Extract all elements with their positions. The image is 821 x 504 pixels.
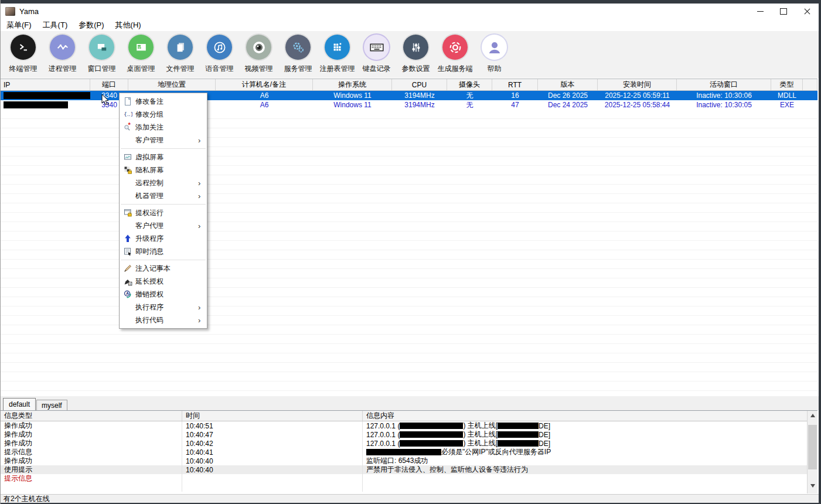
svg-text:{..}: {..} <box>124 111 132 117</box>
host-table-header: IP 端口 地理位置 计算机名/备注 操作系统 CPU 摄像头 RTT 版本 安… <box>1 79 817 91</box>
col-location[interactable]: 地理位置 <box>128 79 216 90</box>
log-row[interactable]: 操作成功 10:40:47 127.0.0.1 () 主机上线[ DE] <box>1 430 808 439</box>
ctx-upgrade[interactable]: 升级程序 <box>120 232 207 245</box>
host-active-window: Inactive: 10:30:05 <box>677 101 771 109</box>
redacted-ip <box>4 101 68 108</box>
host-rtt: 47 <box>492 101 538 109</box>
ctx-client-proxy[interactable]: 客户代理 › <box>120 219 207 232</box>
host-install-time: 2025-12-25 05:58:44 <box>598 101 677 109</box>
toolbar-services[interactable]: 服务管理 <box>278 31 318 78</box>
ctx-virtual-screen[interactable]: 虚拟屏幕 <box>120 151 207 164</box>
log-row[interactable]: 操作成功 10:40:40 监听端口: 6543成功 <box>1 457 808 465</box>
toolbar-process[interactable]: 进程管理 <box>43 31 82 78</box>
col-cpu[interactable]: CPU <box>392 79 447 90</box>
scroll-up-icon[interactable] <box>808 411 817 420</box>
ctx-elevate-run[interactable]: 提权运行 <box>120 206 207 219</box>
close-icon <box>804 8 810 15</box>
toolbar-build-server[interactable]: 生成服务端 <box>435 31 475 78</box>
redacted-text <box>400 423 463 429</box>
col-camera[interactable]: 摄像头 <box>447 79 492 90</box>
extend-auth-icon: x <box>120 277 135 286</box>
host-install-time: 2025-12-25 05:59:11 <box>598 91 677 100</box>
host-os: Windows 11 <box>313 91 392 100</box>
minimize-button[interactable] <box>748 4 772 19</box>
log-row[interactable]: 使用提示 10:40:40 严禁用于非法侵入、控制、监听他人设备等违法行为 <box>1 465 808 474</box>
toolbar-video[interactable]: 视频管理 <box>239 31 278 78</box>
col-type[interactable]: 类型 <box>771 79 803 90</box>
tab-myself[interactable]: myself <box>36 400 67 410</box>
col-filler <box>803 79 817 90</box>
upgrade-arrow-icon <box>120 234 135 243</box>
ctx-instant-message[interactable]: 即时消息 <box>120 245 207 258</box>
log-col-time[interactable]: 时间 <box>182 411 363 421</box>
col-computer[interactable]: 计算机名/备注 <box>216 79 313 90</box>
ctx-revoke-auth[interactable]: A 撤销授权 <box>120 288 207 301</box>
toolbar-audio[interactable]: 语音管理 <box>200 31 239 78</box>
keyboard-icon <box>364 35 389 60</box>
toolbar: 终端管理 进程管理 窗口管理 桌面管理 文件管理 <box>1 31 819 78</box>
toolbar-help[interactable]: 帮助 <box>475 31 514 78</box>
ctx-client-manage[interactable]: 客户管理 › <box>120 134 207 147</box>
svg-text:x: x <box>129 282 131 285</box>
ctx-remote-control[interactable]: 远程控制 › <box>120 176 207 189</box>
toolbar-terminal[interactable]: 终端管理 <box>4 31 43 78</box>
col-os[interactable]: 操作系统 <box>313 79 392 90</box>
ctx-machine-manage[interactable]: 机器管理 › <box>120 189 207 202</box>
log-col-content[interactable]: 信息内容 <box>363 411 808 421</box>
host-type: MDLL <box>771 91 803 100</box>
toolbar-settings[interactable]: 参数设置 <box>396 31 435 78</box>
elevate-lock-icon <box>120 208 135 217</box>
host-version: Dec 26 2025 <box>538 91 598 100</box>
ctx-execute-program[interactable]: 执行程序 › <box>120 301 207 314</box>
tab-default[interactable]: default <box>3 398 36 410</box>
col-rtt[interactable]: RTT <box>492 79 538 90</box>
ctx-add-focus[interactable]: * 添加关注 <box>120 121 207 134</box>
minimize-icon <box>757 11 764 12</box>
redacted-ip <box>4 92 90 99</box>
ctx-inject-notepad[interactable]: 注入记事本 <box>120 262 207 275</box>
toolbar-registry[interactable]: 注册表管理 <box>318 31 357 78</box>
ctx-execute-code[interactable]: 执行代码 › <box>120 314 207 326</box>
log-row[interactable]: 操作成功 10:40:51 127.0.0.1 () 主机上线[ DE] <box>1 421 808 430</box>
menu-params[interactable]: 参数(P) <box>73 19 109 32</box>
ctx-privacy-screen[interactable]: 隐私屏幕 <box>120 164 207 176</box>
toolbar-files[interactable]: 文件管理 <box>161 31 200 78</box>
scrollbar-thumb[interactable] <box>808 425 817 469</box>
context-menu: 修改备注 {..} 修改分组 * 添加关注 客户管理 › 虚拟屏幕 隐私屏幕 远… <box>119 93 207 329</box>
col-active-window[interactable]: 活动窗口 <box>677 79 771 90</box>
log-row[interactable]: 操作成功 10:40:42 127.0.0.1 () 主机上线[ DE] <box>1 439 808 448</box>
maximize-button[interactable] <box>772 4 795 19</box>
col-ip[interactable]: IP <box>1 79 90 90</box>
window-controls <box>748 4 819 19</box>
close-button[interactable] <box>795 4 819 19</box>
toolbar-desktop[interactable]: 桌面管理 <box>121 31 161 78</box>
scroll-down-icon[interactable] <box>808 481 817 491</box>
target-icon <box>442 35 468 60</box>
ctx-extend-auth[interactable]: x 延长授权 <box>120 275 207 288</box>
gears-icon <box>285 35 311 60</box>
menu-tools[interactable]: 工具(T) <box>38 19 73 32</box>
log-row[interactable]: 提示信息 10:40:41 必须是"公网IP"或反向代理服务器IP <box>1 448 808 457</box>
toolbar-keylogger[interactable]: 键盘记录 <box>357 31 396 78</box>
col-install-time[interactable]: 安装时间 <box>598 79 677 90</box>
star-search-icon: * <box>120 122 135 132</box>
desktop-icon <box>128 35 154 60</box>
host-cpu: 3194MHz <box>392 101 447 109</box>
maximize-icon <box>780 8 787 15</box>
col-version[interactable]: 版本 <box>538 79 598 90</box>
log-row[interactable]: 提示信息 <box>1 474 808 483</box>
toolbar-window[interactable]: 窗口管理 <box>82 31 121 78</box>
log-header: 信息类型 时间 信息内容 <box>1 411 808 421</box>
sliders-icon <box>403 35 428 60</box>
ctx-edit-group[interactable]: {..} 修改分组 <box>120 108 207 121</box>
ctx-edit-note[interactable]: 修改备注 <box>120 95 207 108</box>
menu-other[interactable]: 其他(H) <box>110 19 147 32</box>
log-col-type[interactable]: 信息类型 <box>1 411 182 421</box>
window-title: Yama <box>19 7 39 16</box>
host-version: Dec 24 2025 <box>538 101 598 109</box>
registry-grid-icon <box>325 35 350 60</box>
log-scrollbar[interactable] <box>807 411 817 493</box>
yama-main-window: Yama 菜单(F) 工具(T) 参数(P) 其他(H) 终端管理 进程管理 <box>0 0 821 504</box>
menu-file[interactable]: 菜单(F) <box>1 19 37 32</box>
col-port[interactable]: 端口 <box>90 79 128 90</box>
